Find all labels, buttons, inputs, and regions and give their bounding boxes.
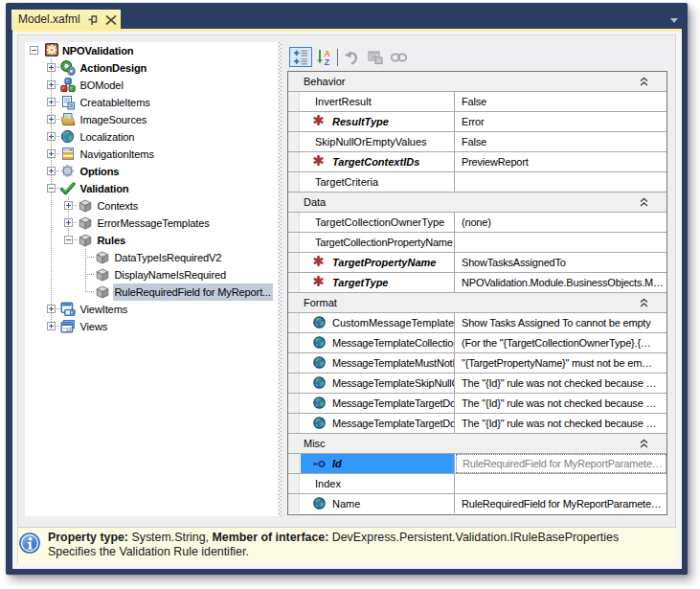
svg-text:Z: Z [325, 57, 330, 65]
